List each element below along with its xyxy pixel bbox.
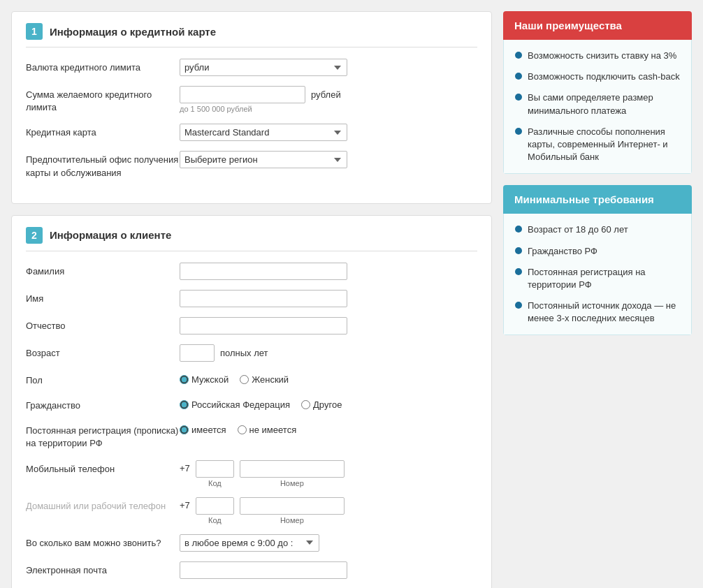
citizenship-control: Российская Федерация Другое	[180, 397, 477, 410]
limit-input[interactable]	[180, 86, 305, 103]
requirements-body: Возраст от 18 до 60 лет Гражданство РФ П…	[503, 214, 692, 335]
requirements-item-1: Возраст от 18 до 60 лет	[515, 223, 680, 236]
advantages-item-1: Возможность снизить ставку на 3%	[515, 50, 680, 62]
req-bullet-4	[515, 302, 522, 309]
last-name-row: Фамилия	[26, 263, 477, 280]
req-bullet-3	[515, 268, 522, 275]
limit-label: Сумма желаемого кредитного лимита	[26, 86, 180, 114]
citizenship-rf-radio[interactable]	[180, 400, 189, 409]
requirements-item-4: Постоянный источник дохода — не менее 3-…	[515, 300, 680, 325]
section-1-number: 1	[26, 23, 43, 40]
call-time-control: в любое время с 9:00 до : с 9:00 до 12:0…	[180, 534, 477, 552]
registration-yes-radio[interactable]	[180, 425, 189, 434]
citizenship-rf-option[interactable]: Российская Федерация	[180, 399, 290, 410]
section-1-title: Информация о кредитной карте	[50, 26, 216, 38]
gender-female-radio[interactable]	[240, 375, 249, 384]
bullet-icon-3	[515, 94, 522, 101]
citizenship-other-option[interactable]: Другое	[301, 399, 342, 410]
home-code-group: Код	[196, 497, 234, 524]
last-name-label: Фамилия	[26, 263, 180, 278]
card-select[interactable]: Mastercard Standard Visa Classic Masterc…	[180, 124, 347, 141]
section-1-card: 1 Информация о кредитной карте Валюта кр…	[11, 11, 492, 204]
call-time-label: Во сколько вам можно звонить?	[26, 534, 180, 550]
section-2-title: Информация о клиенте	[50, 229, 171, 241]
gender-female-option[interactable]: Женский	[240, 374, 289, 385]
gender-male-radio[interactable]	[180, 375, 189, 384]
registration-label: Постоянная регистрация (прописка) на тер…	[26, 422, 180, 450]
advantages-item-3: Вы сами определяете размер минимального …	[515, 91, 680, 117]
mobile-code-label: Код	[208, 479, 222, 487]
home-code-input[interactable]	[196, 497, 234, 515]
registration-no-option[interactable]: не имеется	[238, 425, 297, 435]
advantages-item-4: Различные способы пополнения карты, совр…	[515, 126, 680, 164]
requirements-item-2: Гражданство РФ	[515, 245, 680, 258]
first-name-label: Имя	[26, 290, 180, 305]
bullet-icon-4	[515, 128, 522, 135]
citizenship-label: Гражданство	[26, 397, 180, 412]
gender-row: Пол Мужской Женский	[26, 372, 477, 387]
age-input[interactable]	[180, 344, 215, 362]
registration-no-radio[interactable]	[238, 425, 247, 434]
advantages-header: Наши преимущества	[503, 11, 692, 40]
currency-label: Валюта кредитного лимита	[26, 59, 180, 74]
card-row: Кредитная карта Mastercard Standard Visa…	[26, 124, 477, 141]
section-2-number: 2	[26, 227, 43, 244]
home-prefix: +7	[180, 497, 190, 510]
office-select[interactable]: Выберите регион Москва Санкт-Петербург	[180, 151, 347, 168]
age-unit: полных лет	[220, 348, 268, 358]
mobile-label: Мобильный телефон	[26, 460, 180, 476]
home-phone-label: Домашний или рабочий телефон	[26, 497, 180, 513]
middle-name-control	[180, 317, 477, 335]
registration-row: Постоянная регистрация (прописка) на тер…	[26, 422, 477, 450]
email-input[interactable]	[180, 561, 347, 579]
call-time-row: Во сколько вам можно звонить? в любое вр…	[26, 534, 477, 552]
advantages-panel: Наши преимущества Возможность снизить ст…	[503, 11, 692, 174]
gender-male-label: Мужской	[191, 374, 229, 385]
currency-control: рубли доллары евро	[180, 59, 477, 76]
email-control	[180, 561, 477, 579]
first-name-control	[180, 290, 477, 307]
citizenship-other-radio[interactable]	[301, 400, 310, 409]
home-number-group: Номер	[240, 497, 345, 524]
email-row: Электронная почта	[26, 561, 477, 579]
gender-male-option[interactable]: Мужской	[180, 374, 229, 385]
advantages-item-2: Возможность подключить cash-back	[515, 71, 680, 83]
req-bullet-1	[515, 226, 522, 233]
middle-name-input[interactable]	[180, 317, 347, 335]
bullet-icon-1	[515, 52, 522, 59]
mobile-number-input[interactable]	[240, 460, 345, 478]
home-code-label: Код	[208, 516, 222, 524]
requirements-header: Минимальные требования	[503, 185, 692, 214]
registration-no-label: не имеется	[249, 425, 297, 435]
age-label: Возраст	[26, 344, 180, 360]
home-number-input[interactable]	[240, 497, 345, 515]
limit-hint: до 1 500 000 рублей	[180, 105, 477, 113]
call-time-select[interactable]: в любое время с 9:00 до : с 9:00 до 12:0…	[180, 534, 319, 552]
mobile-row: Мобильный телефон +7 Код Номер	[26, 460, 477, 487]
gender-female-label: Женский	[252, 374, 289, 385]
mobile-number-group: Номер	[240, 460, 345, 487]
currency-select[interactable]: рубли доллары евро	[180, 59, 347, 76]
advantages-body: Возможность снизить ставку на 3% Возможн…	[503, 40, 692, 174]
limit-unit: рублей	[311, 89, 341, 100]
citizenship-other-label: Другое	[313, 399, 342, 410]
registration-yes-option[interactable]: имеется	[180, 425, 226, 435]
currency-row: Валюта кредитного лимита рубли доллары е…	[26, 59, 477, 76]
requirements-panel: Минимальные требования Возраст от 18 до …	[503, 185, 692, 335]
age-row: Возраст полных лет	[26, 344, 477, 362]
section-2-header: 2 Информация о клиенте	[26, 227, 477, 251]
first-name-input[interactable]	[180, 290, 347, 307]
mobile-code-input[interactable]	[196, 460, 234, 478]
mobile-control: +7 Код Номер	[180, 460, 477, 487]
office-label: Предпочтительный офис получения карты и …	[26, 151, 180, 179]
middle-name-label: Отчество	[26, 317, 180, 332]
last-name-input[interactable]	[180, 263, 347, 280]
card-label: Кредитная карта	[26, 124, 180, 139]
registration-control: имеется не имеется	[180, 422, 477, 435]
requirements-item-3: Постоянная регистрация на территории РФ	[515, 266, 680, 291]
citizenship-rf-label: Российская Федерация	[191, 399, 290, 410]
home-phone-control: +7 Код Номер	[180, 497, 477, 524]
card-control: Mastercard Standard Visa Classic Masterc…	[180, 124, 477, 141]
mobile-number-label: Номер	[280, 479, 304, 487]
section-1-header: 1 Информация о кредитной карте	[26, 23, 477, 47]
